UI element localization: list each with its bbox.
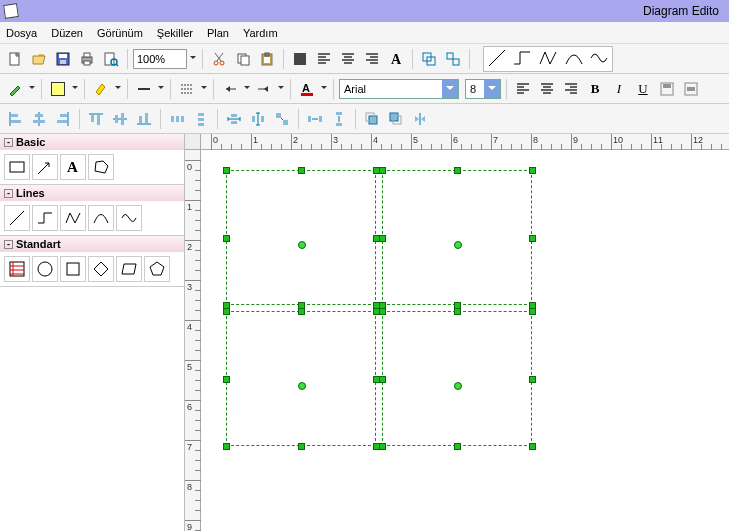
- palette-standart-header[interactable]: -Standart: [0, 236, 184, 252]
- menu-edit[interactable]: Düzen: [51, 27, 83, 39]
- distribute-v-button[interactable]: [190, 108, 212, 130]
- selected-rectangle[interactable]: [226, 311, 376, 446]
- line-arc[interactable]: [88, 205, 114, 231]
- font-combo-arrow[interactable]: [442, 80, 458, 98]
- align-text-left-button[interactable]: [512, 78, 534, 100]
- new-button[interactable]: [4, 48, 26, 70]
- line-color-button[interactable]: [133, 78, 155, 100]
- menu-shapes[interactable]: Şekiller: [157, 27, 193, 39]
- resize-handle[interactable]: [223, 443, 230, 450]
- resize-handle[interactable]: [223, 376, 230, 383]
- align-center-v-button[interactable]: [28, 108, 50, 130]
- menu-file[interactable]: Dosya: [6, 27, 37, 39]
- align-center-h-button[interactable]: [109, 108, 131, 130]
- shape-polygon[interactable]: [88, 154, 114, 180]
- line-step[interactable]: [32, 205, 58, 231]
- highlight-button[interactable]: [90, 78, 112, 100]
- resize-handle[interactable]: [529, 308, 536, 315]
- fontsize-combo-arrow[interactable]: [484, 80, 500, 98]
- italic-button[interactable]: I: [608, 78, 630, 100]
- align-text-center-button[interactable]: [536, 78, 558, 100]
- selected-rectangle[interactable]: [226, 170, 376, 305]
- same-size-button[interactable]: [271, 108, 293, 130]
- menu-help[interactable]: Yardım: [243, 27, 278, 39]
- palette-lines-header[interactable]: -Lines: [0, 185, 184, 201]
- palette-basic-header[interactable]: -Basic: [0, 134, 184, 150]
- selected-rectangle[interactable]: [382, 170, 532, 305]
- font-color-button[interactable]: A: [296, 78, 318, 100]
- resize-handle[interactable]: [454, 308, 461, 315]
- shape-list[interactable]: [4, 256, 30, 282]
- arrow-start-button[interactable]: [219, 78, 241, 100]
- zoom-dropdown[interactable]: [189, 48, 197, 70]
- font-combo[interactable]: Arial: [339, 79, 459, 99]
- space-h-button[interactable]: [304, 108, 326, 130]
- line-straight[interactable]: [4, 205, 30, 231]
- resize-handle[interactable]: [298, 308, 305, 315]
- align-center-button[interactable]: [337, 48, 359, 70]
- menu-plan[interactable]: Plan: [207, 27, 229, 39]
- underline-button[interactable]: U: [632, 78, 654, 100]
- font-color-dd[interactable]: [320, 78, 328, 100]
- resize-handle[interactable]: [223, 235, 230, 242]
- arrow-end-button[interactable]: [253, 78, 275, 100]
- cut-button[interactable]: [208, 48, 230, 70]
- distribute-h-button[interactable]: [166, 108, 188, 130]
- arrow-start-dd[interactable]: [243, 78, 251, 100]
- line-step-icon[interactable]: [512, 48, 532, 70]
- rotate-handle[interactable]: [298, 241, 306, 249]
- line-wave-icon[interactable]: [589, 48, 609, 70]
- fill-button[interactable]: [289, 48, 311, 70]
- resize-handle[interactable]: [529, 235, 536, 242]
- shape-pentagon[interactable]: [144, 256, 170, 282]
- align-top-edges-button[interactable]: [85, 108, 107, 130]
- line-zigzag[interactable]: [60, 205, 86, 231]
- space-v-button[interactable]: [328, 108, 350, 130]
- send-back-button[interactable]: [385, 108, 407, 130]
- shape-square[interactable]: [60, 256, 86, 282]
- resize-handle[interactable]: [298, 167, 305, 174]
- copy-button[interactable]: [232, 48, 254, 70]
- resize-handle[interactable]: [223, 308, 230, 315]
- line-zigzag-icon[interactable]: [538, 48, 558, 70]
- resize-handle[interactable]: [379, 167, 386, 174]
- align-bottom-edges-button[interactable]: [133, 108, 155, 130]
- rotate-handle[interactable]: [298, 382, 306, 390]
- valign-top-button[interactable]: [656, 78, 678, 100]
- shape-circle[interactable]: [32, 256, 58, 282]
- resize-handle[interactable]: [529, 443, 536, 450]
- line-straight-icon[interactable]: [487, 48, 507, 70]
- arrow-end-dd[interactable]: [277, 78, 285, 100]
- print-button[interactable]: [76, 48, 98, 70]
- resize-handle[interactable]: [379, 443, 386, 450]
- line-color-dd[interactable]: [157, 78, 165, 100]
- align-right-button[interactable]: [361, 48, 383, 70]
- shape-rectangle[interactable]: [4, 154, 30, 180]
- selected-rectangle[interactable]: [382, 311, 532, 446]
- fill-color-button[interactable]: [47, 78, 69, 100]
- same-width-button[interactable]: [223, 108, 245, 130]
- save-button[interactable]: [52, 48, 74, 70]
- highlight-dd[interactable]: [114, 78, 122, 100]
- bold-button[interactable]: B: [584, 78, 606, 100]
- resize-handle[interactable]: [379, 376, 386, 383]
- line-arc-icon[interactable]: [564, 48, 584, 70]
- paste-button[interactable]: [256, 48, 278, 70]
- rotate-handle[interactable]: [454, 241, 462, 249]
- resize-handle[interactable]: [529, 167, 536, 174]
- rotate-handle[interactable]: [454, 382, 462, 390]
- align-right-edges-button[interactable]: [52, 108, 74, 130]
- align-left-edges-button[interactable]: [4, 108, 26, 130]
- valign-middle-button[interactable]: [680, 78, 702, 100]
- resize-handle[interactable]: [379, 235, 386, 242]
- shape-diamond[interactable]: [88, 256, 114, 282]
- bring-front-button[interactable]: [361, 108, 383, 130]
- flip-h-button[interactable]: [409, 108, 431, 130]
- ungroup-button[interactable]: [442, 48, 464, 70]
- shape-parallelogram[interactable]: [116, 256, 142, 282]
- resize-handle[interactable]: [529, 376, 536, 383]
- open-button[interactable]: [28, 48, 50, 70]
- group-button[interactable]: [418, 48, 440, 70]
- brush-button[interactable]: [4, 78, 26, 100]
- brush-dd[interactable]: [28, 78, 36, 100]
